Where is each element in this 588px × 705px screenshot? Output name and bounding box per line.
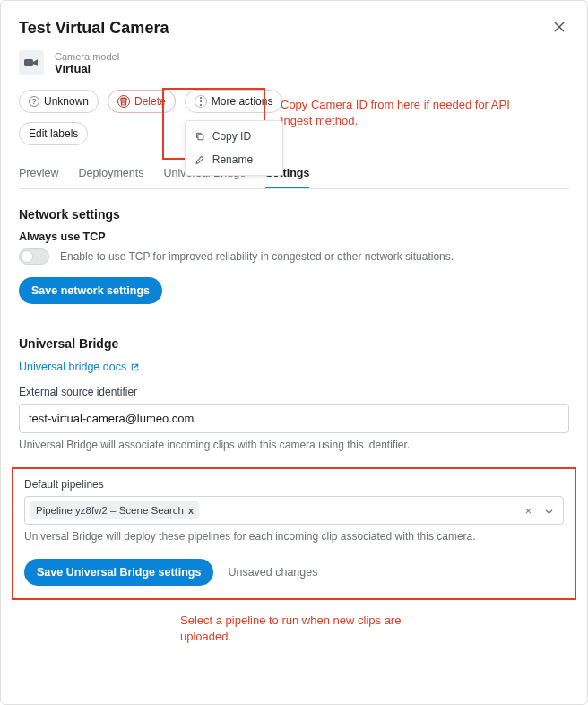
delete-label: Delete: [134, 95, 166, 108]
edit-labels-button[interactable]: Edit labels: [19, 122, 88, 145]
trash-icon: [117, 95, 130, 108]
copy-id-label: Copy ID: [212, 130, 251, 143]
external-id-label: External source identifier: [19, 386, 569, 398]
tcp-toggle[interactable]: [19, 248, 49, 265]
unsaved-changes-label: Unsaved changes: [228, 566, 317, 579]
page-title: Test Virtual Camera: [19, 19, 169, 38]
pipeline-chip-label: Pipeline yz8fw2 – Scene Search: [36, 505, 184, 516]
copy-icon: [195, 131, 205, 142]
pipeline-chip: Pipeline yz8fw2 – Scene Search x: [30, 501, 199, 519]
edit-labels-label: Edit labels: [29, 127, 78, 140]
external-id-input[interactable]: [19, 404, 569, 433]
tcp-label: Always use TCP: [19, 231, 569, 243]
tcp-help-text: Enable to use TCP for improved reliabili…: [60, 250, 454, 263]
tab-deployments[interactable]: Deployments: [78, 167, 143, 188]
universal-bridge-heading: Universal Bridge: [19, 336, 569, 351]
more-actions-label: More actions: [212, 95, 273, 108]
more-vertical-icon: [195, 95, 207, 108]
camera-model-label: Camera model: [55, 51, 119, 62]
svg-point-3: [200, 104, 202, 106]
pipeline-chip-remove[interactable]: x: [188, 505, 194, 516]
save-network-button[interactable]: Save network settings: [19, 277, 162, 304]
default-pipelines-hint: Universal Bridge will deploy these pipel…: [24, 530, 564, 543]
pencil-icon: [195, 154, 205, 165]
external-id-hint: Universal Bridge will associate incoming…: [19, 439, 569, 451]
unknown-button[interactable]: ? Unknown: [19, 90, 99, 113]
docs-link-label: Universal bridge docs: [19, 361, 126, 373]
camera-model-value: Virtual: [55, 62, 119, 75]
close-button[interactable]: [549, 19, 569, 38]
svg-rect-0: [24, 59, 33, 66]
save-universal-bridge-button[interactable]: Save Universal Bridge settings: [24, 559, 213, 586]
rename-item[interactable]: Rename: [186, 148, 282, 171]
camera-icon: [19, 50, 44, 75]
default-pipelines-label: Default pipelines: [24, 478, 564, 491]
more-actions-dropdown: Copy ID Rename: [185, 120, 283, 176]
tab-preview[interactable]: Preview: [19, 167, 58, 188]
svg-rect-4: [198, 135, 203, 140]
annotation-text-bottom: Select a pipeline to run when new clips …: [180, 613, 413, 645]
question-icon: ?: [29, 96, 39, 107]
network-settings-heading: Network settings: [19, 207, 569, 222]
clear-pipelines-button[interactable]: ×: [521, 504, 535, 518]
more-actions-button[interactable]: More actions: [185, 90, 283, 113]
rename-label: Rename: [212, 153, 253, 166]
default-pipelines-select[interactable]: Pipeline yz8fw2 – Scene Search x ×: [24, 496, 564, 525]
delete-button[interactable]: Delete: [108, 90, 176, 113]
close-icon: [553, 21, 566, 33]
copy-id-item[interactable]: Copy ID: [186, 125, 282, 148]
universal-bridge-docs-link[interactable]: Universal bridge docs: [19, 361, 140, 373]
tabs: PreviewDeploymentsUniversal BridgeSettin…: [19, 167, 569, 189]
annotation-text-top: Copy Camera ID from here if needed for A…: [281, 97, 514, 129]
annotation-highlight-bottom: Default pipelines Pipeline yz8fw2 – Scen…: [12, 467, 576, 600]
unknown-label: Unknown: [44, 95, 89, 108]
chevron-down-icon[interactable]: [540, 504, 558, 518]
svg-point-1: [200, 97, 202, 99]
external-link-icon: [130, 362, 140, 372]
svg-point-2: [200, 100, 202, 102]
